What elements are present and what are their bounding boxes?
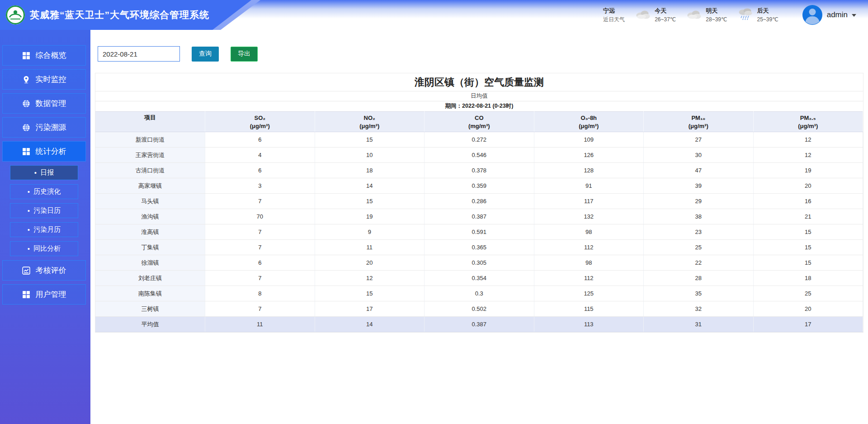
value-cell: 15 bbox=[315, 194, 425, 209]
table-row: 徐溜镇6200.305982215 bbox=[95, 255, 863, 271]
sidebar-item-污染溯源[interactable]: 污染溯源 bbox=[2, 117, 86, 138]
sidebar-item-综合概览[interactable]: 综合概览 bbox=[2, 45, 86, 66]
sidebar-subitem-历史演化[interactable]: 历史演化 bbox=[10, 184, 78, 199]
header-right: 宁远 近日天气 今天26~37℃明天28~39℃后天25~39℃ admin bbox=[603, 0, 868, 30]
table-row: 古清口街道6180.3781284719 bbox=[95, 163, 863, 178]
weather-day: 后天25~39℃ bbox=[737, 6, 778, 24]
user-avatar[interactable] bbox=[802, 5, 823, 25]
query-button[interactable]: 查询 bbox=[192, 47, 219, 62]
sidebar-item-统计分析[interactable]: 统计分析 bbox=[2, 141, 86, 162]
grid-icon bbox=[22, 52, 30, 60]
table-header-names-row: 项目SO₂NO₂COO₃-8hPM₁₀PM₂.₅ bbox=[95, 112, 863, 123]
chart-icon bbox=[22, 267, 30, 275]
main-content: 查询 导出 淮阴区镇（街）空气质量监测 日均值 期间：2022-08-21 (0… bbox=[90, 30, 868, 424]
value-cell: 0.365 bbox=[425, 240, 534, 255]
value-cell: 6 bbox=[205, 255, 315, 271]
weather-day-temp: 26~37℃ bbox=[655, 15, 676, 24]
value-cell: 16 bbox=[753, 194, 863, 209]
row-label-cell: 渔沟镇 bbox=[95, 209, 205, 224]
table-row: 马头镇7150.2861172916 bbox=[95, 194, 863, 209]
sidebar-subitem-同比分析[interactable]: 同比分析 bbox=[10, 241, 78, 256]
sidebar-item-实时监控[interactable]: 实时监控 bbox=[2, 69, 86, 90]
value-cell: 38 bbox=[644, 209, 754, 224]
value-cell: 0.546 bbox=[425, 148, 534, 163]
pin-icon bbox=[22, 76, 30, 84]
value-cell: 0.502 bbox=[425, 301, 534, 317]
value-cell: 22 bbox=[644, 255, 754, 271]
export-button[interactable]: 导出 bbox=[231, 47, 258, 62]
column-header: PM₂.₅ bbox=[753, 112, 863, 123]
value-cell: 6 bbox=[205, 132, 315, 148]
value-cell: 0.305 bbox=[425, 255, 534, 271]
value-cell: 132 bbox=[534, 209, 644, 224]
row-label-cell: 古清口街道 bbox=[95, 163, 205, 178]
value-cell: 35 bbox=[644, 286, 754, 301]
column-unit: (μg/m³) bbox=[644, 122, 754, 132]
sidebar-item-label: 数据管理 bbox=[36, 98, 66, 109]
weather-days: 今天26~37℃明天28~39℃后天25~39℃ bbox=[635, 6, 778, 24]
sidebar-subitem-日报[interactable]: 日报 bbox=[10, 165, 78, 180]
value-cell: 18 bbox=[753, 271, 863, 286]
value-cell: 0.3 bbox=[425, 286, 534, 301]
value-cell: 128 bbox=[534, 163, 644, 178]
air-quality-table: 项目SO₂NO₂COO₃-8hPM₁₀PM₂.₅ (μg/m³)(μg/m³)(… bbox=[95, 111, 863, 332]
cloud-icon bbox=[635, 8, 651, 22]
grid-icon bbox=[22, 148, 30, 156]
brand-area: 英威雅“蓝天卫士”大气环境综合管理系统 bbox=[0, 0, 271, 30]
value-cell: 15 bbox=[753, 255, 863, 271]
table-row: 高家堰镇3140.359913920 bbox=[95, 178, 863, 194]
user-name[interactable]: admin bbox=[827, 10, 848, 19]
value-cell: 25 bbox=[753, 286, 863, 301]
sidebar-subitem-污染月历[interactable]: 污染月历 bbox=[10, 222, 78, 237]
weather-day: 今天26~37℃ bbox=[635, 6, 676, 24]
table-row: 南陈集镇8150.31253525 bbox=[95, 286, 863, 301]
report-title: 淮阴区镇（街）空气质量监测 bbox=[95, 73, 863, 91]
weather-location: 宁远 近日天气 bbox=[603, 6, 625, 24]
column-header: SO₂ bbox=[205, 112, 315, 123]
weather-location-label: 近日天气 bbox=[603, 15, 625, 24]
value-cell: 20 bbox=[753, 301, 863, 317]
sidebar-item-考核评价[interactable]: 考核评价 bbox=[2, 260, 86, 281]
value-cell: 9 bbox=[315, 224, 425, 240]
table-row: 王家营街道4100.5461263012 bbox=[95, 148, 863, 163]
column-header: NO₂ bbox=[315, 112, 425, 123]
value-cell: 14 bbox=[315, 317, 425, 332]
value-cell: 7 bbox=[205, 224, 315, 240]
value-cell: 112 bbox=[534, 271, 644, 286]
value-cell: 7 bbox=[205, 194, 315, 209]
value-cell: 12 bbox=[753, 132, 863, 148]
value-cell: 117 bbox=[534, 194, 644, 209]
row-label-cell: 徐溜镇 bbox=[95, 255, 205, 271]
value-cell: 19 bbox=[315, 209, 425, 224]
row-label-cell: 王家营街道 bbox=[95, 148, 205, 163]
value-cell: 11 bbox=[205, 317, 315, 332]
weather-day-name: 今天 bbox=[655, 6, 676, 15]
value-cell: 31 bbox=[644, 317, 754, 332]
value-cell: 0.378 bbox=[425, 163, 534, 178]
report-subtitle: 日均值 bbox=[95, 91, 863, 101]
sidebar-item-数据管理[interactable]: 数据管理 bbox=[2, 93, 86, 114]
value-cell: 0.286 bbox=[425, 194, 534, 209]
table-row: 淮高镇790.591982315 bbox=[95, 224, 863, 240]
date-input[interactable] bbox=[98, 46, 180, 62]
value-cell: 15 bbox=[315, 286, 425, 301]
value-cell: 20 bbox=[753, 178, 863, 194]
value-cell: 98 bbox=[534, 224, 644, 240]
table-row: 三树镇7170.5021153220 bbox=[95, 301, 863, 317]
value-cell: 20 bbox=[315, 255, 425, 271]
value-cell: 15 bbox=[315, 132, 425, 148]
column-unit: (mg/m³) bbox=[425, 122, 534, 132]
sidebar-item-label: 污染溯源 bbox=[36, 122, 66, 133]
value-cell: 70 bbox=[205, 209, 315, 224]
row-label-cell: 淮高镇 bbox=[95, 224, 205, 240]
value-cell: 8 bbox=[205, 286, 315, 301]
column-unit: (μg/m³) bbox=[205, 122, 315, 132]
table-row: 刘老庄镇7120.3541122818 bbox=[95, 271, 863, 286]
value-cell: 15 bbox=[753, 224, 863, 240]
value-cell: 11 bbox=[315, 240, 425, 255]
user-menu[interactable]: admin bbox=[802, 5, 856, 25]
sidebar-subitem-污染日历[interactable]: 污染日历 bbox=[10, 203, 78, 218]
sidebar-item-用户管理[interactable]: 用户管理 bbox=[2, 284, 86, 305]
chevron-down-icon[interactable] bbox=[852, 14, 856, 17]
sidebar-item-label: 用户管理 bbox=[36, 289, 66, 300]
